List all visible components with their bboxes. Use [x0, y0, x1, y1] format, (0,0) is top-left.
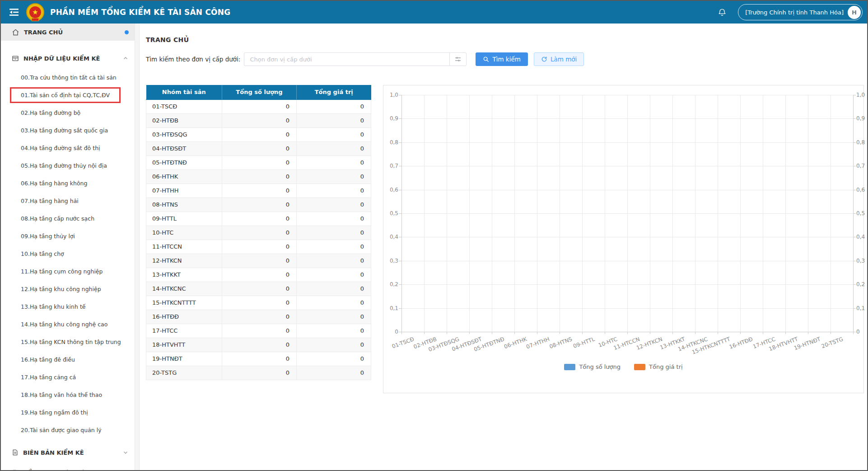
sidebar-subitem-label: 10.Hạ tầng chợ — [21, 250, 64, 257]
sidebar-section-tong-hop[interactable]: TỔNG HỢP BÁO CÁO — [1, 464, 135, 470]
x-axis-tick — [650, 332, 650, 334]
sidebar-subitem-08[interactable]: 08.Hạ tầng cấp nước sạch — [1, 210, 135, 227]
sidebar-subitem-17[interactable]: 17.Hạ tầng cảng cá — [1, 368, 135, 386]
sidebar-subitem-02[interactable]: 02.Hạ tầng đường bộ — [1, 104, 135, 122]
cell-total-value: 0 — [297, 282, 371, 296]
sidebar-subitem-00[interactable]: 00.Tra cứu thông tin tất cả tài sản — [1, 69, 135, 86]
search-button-label: Tìm kiếm — [492, 56, 520, 63]
sidebar-subitem-01[interactable]: 01.Tài sản cố định tại CQ,TC,ĐV — [1, 86, 135, 104]
sidebar-subitem-04[interactable]: 04.Hạ tầng đường sắt đô thị — [1, 139, 135, 157]
table-row: 13-HTKKT00 — [146, 268, 371, 282]
sidebar-scrollbar[interactable] — [135, 24, 140, 470]
table-row: 10-HTC00 — [146, 226, 371, 240]
x-axis-tick — [853, 332, 854, 334]
sidebar-subitem-03[interactable]: 03.Hạ tầng đường sắt quốc gia — [1, 122, 135, 139]
sidebar-subitem-label: 07.Hạ tầng hàng hải — [21, 198, 79, 204]
cell-group-code: 15-HTKCNTTTT — [146, 296, 222, 310]
sidebar-item-home[interactable]: TRANG CHỦ — [1, 24, 135, 41]
reset-button[interactable]: Làm mới — [534, 52, 584, 66]
sidebar-section-label: BIÊN BẢN KIỂM KÊ — [23, 449, 84, 456]
table-row: 15-HTKCNTTTT00 — [146, 296, 371, 310]
legend-item[interactable]: Tổng số lượng — [564, 363, 621, 370]
filter-options-button[interactable] — [449, 52, 467, 66]
table-row: 08-HTNS00 — [146, 198, 371, 212]
legend-item[interactable]: Tổng giá trị — [634, 363, 683, 370]
sidebar-subitem-10[interactable]: 10.Hạ tầng chợ — [1, 245, 135, 263]
table-row: 18-HTVHTT00 — [146, 338, 371, 352]
sidebar-subitem-label: 03.Hạ tầng đường sắt quốc gia — [21, 127, 108, 134]
table-row: 09-HTTL00 — [146, 212, 371, 226]
sidebar-subitem-07[interactable]: 07.Hạ tầng hàng hải — [1, 192, 135, 210]
sidebar-subitem-label: 02.Hạ tầng đường bộ — [21, 109, 80, 116]
cell-total-quantity: 0 — [222, 184, 297, 198]
table-row: 04-HTĐSĐT00 — [146, 141, 371, 155]
sidebar-section-bien-ban[interactable]: BIÊN BẢN KIỂM KÊ — [1, 444, 135, 461]
sidebar-subitem-11[interactable]: 11.Hạ tầng cụm công nghiệp — [1, 263, 135, 280]
legend-label: Tổng giá trị — [649, 363, 683, 370]
cell-total-quantity: 0 — [222, 212, 297, 226]
cell-total-quantity: 0 — [222, 141, 297, 155]
y-axis-tick — [853, 118, 856, 119]
cell-total-value: 0 — [297, 226, 371, 240]
x-axis-tick — [469, 332, 470, 334]
gridline-vertical — [650, 95, 650, 332]
table-row: 17-HTCC00 — [146, 324, 371, 338]
y-axis-label-right: 0,2 — [856, 281, 865, 287]
y-axis-tick — [399, 118, 401, 119]
cell-group-code: 08-HTNS — [146, 198, 222, 212]
x-axis-tick — [447, 332, 447, 334]
sidebar-subitem-label: 04.Hạ tầng đường sắt đô thị — [21, 145, 100, 151]
notifications-bell-icon[interactable] — [717, 7, 727, 17]
x-axis-tick — [560, 332, 560, 334]
sidebar-subitem-14[interactable]: 14.Hạ tầng khu công nghệ cao — [1, 316, 135, 333]
x-axis-tick — [831, 332, 831, 334]
sidebar-subitem-label: 18.Hạ tầng văn hóa thể thao — [21, 391, 102, 398]
main-content: TRANG CHỦ Tìm kiếm theo đơn vị cấp dưới:… — [140, 24, 867, 470]
menu-fold-icon-svg — [9, 7, 19, 18]
sidebar-subitem-09[interactable]: 09.Hạ tầng thủy lợi — [1, 227, 135, 245]
sidebar-subitem-06[interactable]: 06.Hạ tầng hàng không — [1, 174, 135, 192]
unit-select-input[interactable] — [244, 52, 450, 66]
cell-total-quantity: 0 — [222, 170, 297, 184]
sidebar-subitem-05[interactable]: 05.Hạ tầng đường thủy nội địa — [1, 157, 135, 174]
y-axis-tick — [853, 213, 856, 214]
y-axis-label-left: 0 — [384, 329, 398, 335]
gridline-vertical — [672, 95, 673, 332]
cell-group-code: 04-HTĐSĐT — [146, 141, 222, 155]
sidebar-subitem-12[interactable]: 12.Hạ tầng khu công nghiệp — [1, 280, 135, 298]
y-axis-label-left: 0,7 — [384, 163, 398, 169]
sidebar-subitem-16[interactable]: 16.Hạ tầng đê điều — [1, 351, 135, 368]
sidebar-subitem-20[interactable]: 20.Tài sản được giao quản lý — [1, 421, 135, 439]
gridline-vertical — [718, 95, 718, 332]
y-axis-label-right: 0,9 — [856, 115, 865, 122]
y-axis-tick — [399, 284, 401, 285]
gridline-vertical — [560, 95, 560, 332]
search-icon — [483, 56, 489, 62]
cell-group-code: 14-HTKCNC — [146, 282, 222, 296]
search-button[interactable]: Tìm kiếm — [476, 52, 527, 66]
sidebar-subitem-19[interactable]: 19.Hạ tầng ngầm đô thị — [1, 404, 135, 421]
sidebar-subitem-label: 19.Hạ tầng ngầm đô thị — [21, 409, 88, 416]
user-menu[interactable]: [Trường Chính trị tỉnh Thanh Hóa] H — [738, 4, 863, 20]
chevron-down-icon — [123, 450, 128, 455]
y-axis-label-right: 0,5 — [856, 210, 865, 217]
cell-total-quantity: 0 — [222, 352, 297, 366]
menu-fold-icon[interactable] — [8, 6, 20, 18]
sidebar-subitem-15[interactable]: 15.Hạ tầng KCN thông tin tập trung — [1, 333, 135, 351]
table-row: 19-HTNĐT00 — [146, 352, 371, 366]
y-axis-label-right: 0,4 — [856, 234, 865, 240]
sidebar-subitem-13[interactable]: 13.Hạ tầng khu kinh tế — [1, 298, 135, 316]
x-axis-tick — [740, 332, 741, 334]
chart-plot-area — [401, 95, 853, 332]
sidebar-section-nhap-du-lieu[interactable]: NHẬP DỮ LIỆU KIỂM KÊ — [1, 50, 135, 67]
y-axis-tick — [853, 308, 856, 309]
sidebar-subitem-18[interactable]: 18.Hạ tầng văn hóa thể thao — [1, 386, 135, 404]
legend-swatch — [634, 364, 645, 370]
cell-total-value: 0 — [297, 170, 371, 184]
cell-total-quantity: 0 — [222, 282, 297, 296]
asset-summary-table: Nhóm tài sản Tổng số lượng Tổng giá trị … — [146, 85, 371, 380]
column-header-quantity: Tổng số lượng — [222, 85, 297, 99]
y-axis-tick — [853, 95, 856, 95]
cell-total-quantity: 0 — [222, 310, 297, 324]
document-icon — [12, 469, 19, 470]
